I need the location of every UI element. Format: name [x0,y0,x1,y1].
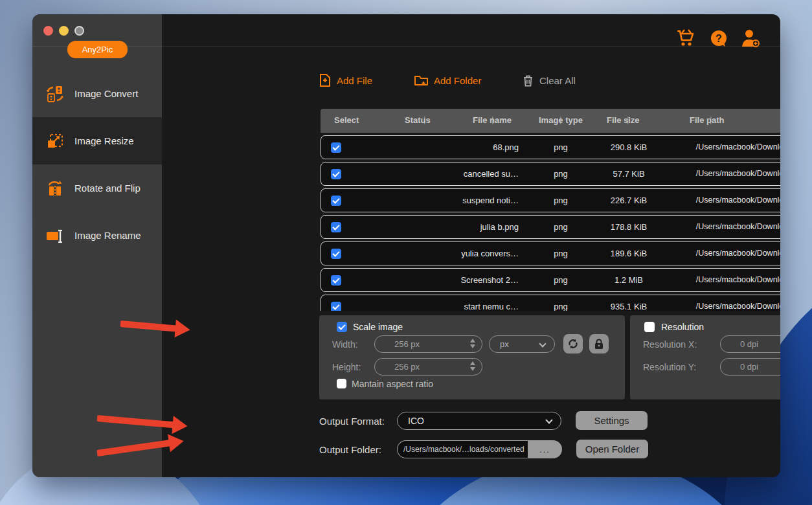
table-row[interactable]: julia b.png png 178.8 KiB /Users/macbook… [321,215,780,239]
table-row[interactable]: yulia convers… png 189.6 KiB /Users/macb… [321,241,780,265]
height-label: Height: [332,362,361,372]
close-button[interactable] [43,26,53,36]
image-resize-icon [45,131,65,151]
row-checkbox[interactable] [331,169,341,179]
image-rename-icon [45,226,65,245]
table-header: Select | Status | File name | Image type… [321,109,780,133]
lock-aspect-button[interactable] [589,334,609,354]
resolution-label: Resolution [661,322,704,332]
cell-file-path: /Users/macbook/Downloads/temporary image… [600,302,780,311]
resolution-panel: Resolution Resolution X: 0 dpi Resolutio… [630,315,780,399]
zoom-button[interactable] [74,26,84,36]
cell-image-type: png [525,222,596,232]
table-row[interactable]: suspend noti… png 226.7 KiB /Users/macbo… [321,188,780,212]
scale-image-label: Scale image [353,322,403,332]
add-folder-label: Add Folder [434,75,481,86]
svg-text:?: ? [716,33,722,44]
resolution-y-value: 0 dpi [740,362,758,372]
output-folder-group: /Users/macbook/…loads/converted ... [397,440,562,458]
cell-image-type: png [525,169,596,179]
sidebar-item-rotate-and-flip[interactable]: Rotate and Flip [32,164,162,212]
clear-all-button[interactable]: Clear All [523,71,576,89]
header-file-name: File name [473,115,512,125]
add-file-button[interactable]: Add File [319,71,372,89]
lock-icon [594,339,604,350]
rotate-flip-icon [45,179,65,198]
output-format-value: ICO [408,416,424,426]
sidebar-item-label: Image Convert [74,88,138,99]
file-plus-icon [319,74,331,87]
unit-dropdown[interactable]: px [489,335,555,353]
width-stepper[interactable]: 256 px [374,335,482,353]
desktop-wallpaper: Image Convert Image Resize [0,0,812,505]
swap-dimensions-button[interactable] [563,334,583,354]
titlebar-divider [32,46,780,47]
cell-file-name: Screenshot 2… [392,275,519,285]
stepper-arrows[interactable] [470,339,475,348]
row-checkbox[interactable] [331,196,341,206]
sidebar: Image Convert Image Resize [32,14,162,477]
output-folder-field[interactable]: /Users/macbook/…loads/converted [397,440,528,458]
sidebar-item-image-convert[interactable]: Image Convert [32,70,162,117]
row-checkbox[interactable] [331,302,341,311]
height-value: 256 px [394,362,420,372]
row-checkbox[interactable] [331,275,341,286]
output-format-label: Output Format: [319,416,385,427]
minimize-button[interactable] [59,26,69,36]
unit-value: px [500,339,509,349]
add-folder-button[interactable]: Add Folder [414,71,481,89]
cell-file-name: 68.png [392,142,519,152]
open-folder-button[interactable]: Open Folder [576,440,648,458]
sidebar-item-image-resize[interactable]: Image Resize [32,117,162,164]
row-checkbox[interactable] [331,142,341,153]
cell-file-name: cancelled su… [392,169,519,179]
resolution-y-label: Resolution Y: [643,362,696,372]
settings-label: Settings [594,415,629,426]
table-row[interactable]: start nemu c… png 935.1 KiB /Users/macbo… [321,295,780,311]
header-file-path: File path [690,115,724,125]
cell-image-type: png [525,196,596,205]
chevron-down-icon [539,340,546,347]
cart-icon[interactable] [675,28,696,48]
maintain-aspect-label: Mantain aspect ratio [352,379,433,389]
output-format-dropdown[interactable]: ICO [397,412,561,430]
app-name: Any2Pic [82,45,113,54]
output-folder-value: /Users/macbook/…loads/converted [403,445,524,454]
settings-button[interactable]: Settings [576,411,648,430]
cell-file-name: yulia convers… [392,249,519,258]
sidebar-item-label: Rotate and Flip [74,183,141,194]
sidebar-item-label: Image Rename [74,230,141,241]
image-convert-icon [45,84,65,104]
cell-file-path: /Users/macbook/Downloads/temporary image… [600,169,780,178]
browse-folder-button[interactable]: ... [528,440,562,458]
resolution-x-label: Resolution X: [643,339,697,350]
cell-file-name: suspend noti… [392,196,519,205]
chevron-down-icon [545,416,552,423]
folder-plus-icon [414,74,428,86]
app-window: Image Convert Image Resize [32,14,780,477]
cell-image-type: png [525,275,596,285]
cell-image-type: png [525,142,596,152]
header-status: Status [405,115,431,125]
table-row[interactable]: cancelled su… png 57.7 KiB /Users/macboo… [321,162,780,186]
output-folder-label: Output Folder: [319,444,381,455]
row-checkbox[interactable] [331,222,341,232]
resolution-x-stepper[interactable]: 0 dpi [720,335,780,353]
resolution-checkbox[interactable] [644,322,655,332]
resolution-y-stepper[interactable]: 0 dpi [720,358,780,376]
scale-image-checkbox[interactable] [337,322,347,332]
stepper-arrows[interactable] [470,361,475,371]
width-label: Width: [332,339,358,350]
cell-file-name: julia b.png [392,222,519,232]
row-checkbox[interactable] [331,249,341,259]
header-image-type: Image type [539,115,583,125]
table-row[interactable]: 68.png png 290.8 KiB /Users/macbook/Down… [321,135,780,159]
table-row[interactable]: Screenshot 2… png 1.2 MiB /Users/macbook… [321,268,780,292]
app-badge: Any2Pic [67,41,128,58]
scale-image-panel: Scale image Width: 256 px px [319,315,625,399]
sidebar-item-image-rename[interactable]: Image Rename [32,212,162,259]
width-value: 256 px [394,339,420,349]
maintain-aspect-checkbox[interactable] [337,379,346,388]
cell-file-name: start nemu c… [392,302,519,311]
height-stepper[interactable]: 256 px [374,358,482,376]
